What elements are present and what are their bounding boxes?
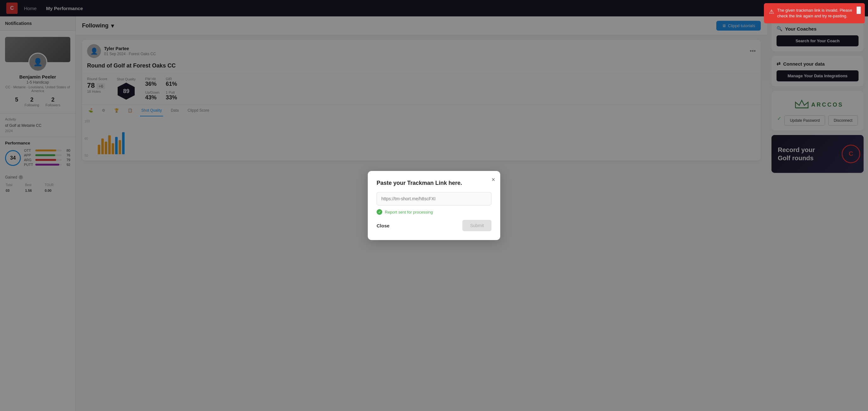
trackman-modal: Paste your Trackman Link here. × ✓ Repor… — [368, 171, 500, 240]
success-text: Report sent for processing — [385, 210, 433, 215]
modal-success-message: ✓ Report sent for processing — [377, 209, 491, 215]
error-toast: ⚠ The given trackman link is invalid. Pl… — [764, 3, 865, 23]
modal-close-button[interactable]: Close — [377, 223, 390, 228]
toast-close-button[interactable]: × — [856, 6, 861, 14]
modal-submit-button[interactable]: Submit — [462, 220, 491, 231]
modal-title: Paste your Trackman Link here. — [377, 180, 491, 186]
warning-icon: ⚠ — [769, 8, 774, 16]
trackman-link-input[interactable] — [377, 192, 491, 205]
modal-close-x-button[interactable]: × — [491, 176, 495, 183]
modal-overlay[interactable]: Paste your Trackman Link here. × ✓ Repor… — [0, 0, 868, 411]
toast-message: The given trackman link is invalid. Plea… — [777, 7, 852, 19]
success-check-icon: ✓ — [377, 209, 382, 215]
modal-actions: Close Submit — [377, 220, 491, 231]
